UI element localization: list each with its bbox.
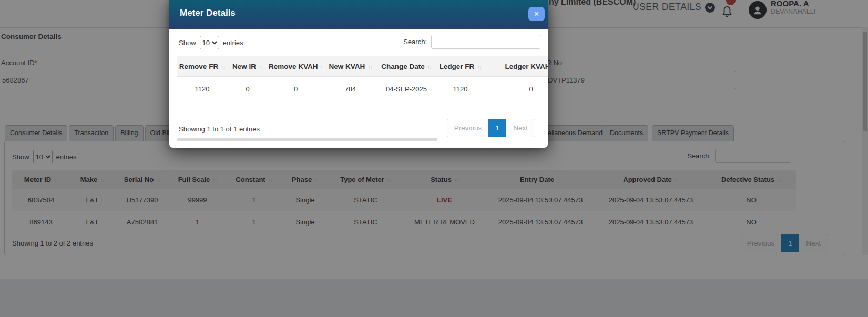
sort-icon: ↑↓: [221, 64, 225, 70]
modal-table-wrap: Remove FR↑↓New IR↑↓Remove KVAH↑↓New KVAH…: [177, 56, 548, 101]
modal-pagination: Previous 1 Next: [447, 119, 535, 137]
column-header-new-kvah[interactable]: New KVAH↑↓: [323, 56, 377, 77]
column-header-change-date[interactable]: Change Date↑↓: [377, 56, 435, 77]
close-icon[interactable]: ✕: [528, 7, 545, 21]
modal-page-length-select[interactable]: 10: [200, 36, 219, 49]
column-header-remove-kvah[interactable]: Remove KVAH↑↓: [268, 56, 323, 77]
column-header-ledger-kvah[interactable]: Ledger KVAH↑↓: [485, 56, 548, 77]
table-cell: 0: [485, 77, 548, 101]
column-header-remove-fr[interactable]: Remove FR↑↓: [177, 56, 227, 77]
meter-details-modal: Meter Details ✕ Show 10 entries Search: …: [169, 0, 548, 148]
table-cell: 1120: [435, 77, 485, 101]
table-row: 11200078404-SEP-202511200: [177, 77, 548, 101]
modal-footer: Showing 1 to 1 of 1 entries Previous 1 N…: [169, 117, 548, 148]
table-cell: 784: [323, 77, 377, 101]
modal-table-info-text: Showing 1 to 1 of 1 entries: [179, 125, 260, 133]
modal-title: Meter Details: [180, 8, 236, 18]
sort-icon: ↑↓: [259, 64, 263, 70]
search-label: Search:: [403, 38, 427, 46]
table-cell: 1120: [177, 77, 227, 101]
sort-icon: ↑↓: [367, 64, 372, 70]
page: ny Limited (BESCOM) USER DETAILS ROOPA. …: [0, 0, 868, 317]
modal-page-length-control: Show 10 entries: [179, 36, 243, 49]
sort-icon: ↑↓: [477, 64, 481, 70]
current-page-button[interactable]: 1: [488, 119, 506, 137]
meter-readings-table: Remove FR↑↓New IR↑↓Remove KVAH↑↓New KVAH…: [177, 56, 548, 101]
table-cell: 0: [227, 77, 268, 101]
entries-label: entries: [223, 39, 243, 47]
modal-search-input[interactable]: [431, 35, 540, 49]
next-page-button[interactable]: Next: [506, 119, 535, 137]
column-header-new-ir[interactable]: New IR↑↓: [227, 56, 268, 77]
column-header-ledger-fr[interactable]: Ledger FR↑↓: [435, 56, 485, 77]
table-cell: 0: [268, 77, 323, 101]
previous-page-button[interactable]: Previous: [447, 119, 489, 137]
show-label: Show: [179, 39, 196, 47]
modal-header: Meter Details ✕: [169, 0, 548, 29]
table-cell: 04-SEP-2025: [377, 77, 435, 101]
sort-icon: ↑↓: [427, 64, 432, 70]
horizontal-scrollbar-thumb[interactable]: [177, 138, 437, 141]
modal-search-control: Search:: [403, 35, 540, 49]
